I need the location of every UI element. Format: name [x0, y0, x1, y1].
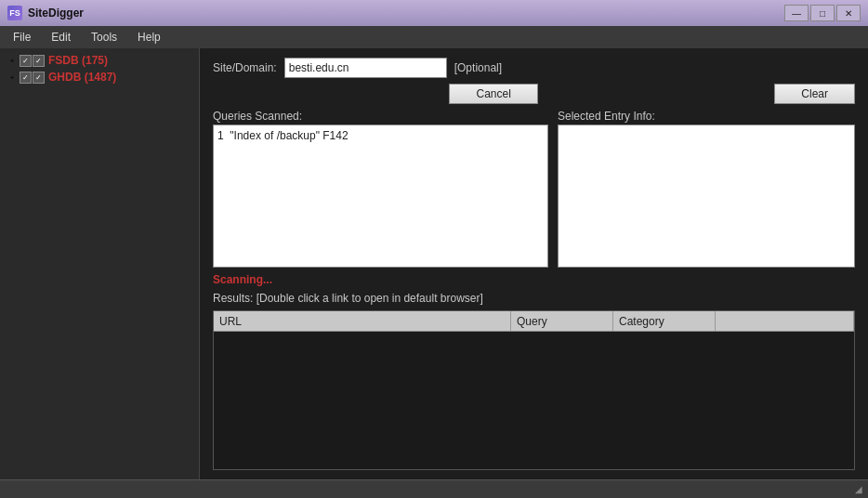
close-button[interactable]: ✕	[836, 5, 861, 21]
col-url: URL	[214, 311, 511, 331]
menu-bar: File Edit Tools Help	[0, 26, 868, 48]
title-bar: FS SiteDigger — □ ✕	[0, 0, 868, 26]
col-category: Category	[613, 311, 716, 331]
sidebar-label-fsdb: FSDB (175)	[48, 54, 108, 67]
resize-icon: ◢	[855, 484, 862, 494]
main-area: + ✓ ✓ FSDB (175) + ✓ ✓ GHDB (1487) Site/…	[0, 48, 868, 479]
status-bar: ◢	[0, 479, 868, 498]
expand-icon-fsdb: +	[6, 54, 19, 67]
selected-entry-label: Selected Entry Info:	[558, 110, 855, 123]
checkbox-fsdb[interactable]: ✓	[20, 55, 32, 67]
menu-file[interactable]: File	[4, 28, 40, 46]
menu-tools[interactable]: Tools	[82, 28, 126, 46]
clear-area: Clear	[774, 84, 855, 104]
queries-panel: Queries Scanned:	[213, 110, 548, 268]
site-domain-label: Site/Domain:	[213, 61, 277, 74]
scanning-label: Scanning...	[213, 273, 855, 286]
col-query: Query	[511, 311, 613, 331]
site-domain-row: Site/Domain: [Optional]	[213, 58, 855, 78]
sidebar-item-fsdb[interactable]: + ✓ ✓ FSDB (175)	[4, 52, 195, 69]
selected-entry-panel: Selected Entry Info:	[558, 110, 855, 268]
menu-help[interactable]: Help	[128, 28, 170, 46]
results-table-body	[214, 332, 854, 469]
results-table: URL Query Category	[213, 310, 855, 470]
app-icon: FS	[7, 6, 22, 20]
results-label: Results: [Double click a link to open in…	[213, 292, 483, 305]
queries-textarea[interactable]	[213, 124, 548, 268]
optional-label: [Optional]	[454, 61, 502, 74]
results-table-header: URL Query Category	[214, 311, 854, 332]
sidebar-label-ghdb: GHDB (1487)	[48, 71, 116, 84]
sidebar: + ✓ ✓ FSDB (175) + ✓ ✓ GHDB (1487)	[0, 48, 200, 479]
expand-icon-ghdb: +	[6, 71, 19, 84]
cancel-area: Cancel	[213, 84, 774, 104]
sidebar-icons-fsdb: + ✓ ✓	[6, 54, 45, 67]
sidebar-item-ghdb[interactable]: + ✓ ✓ GHDB (1487)	[4, 69, 195, 85]
main-window: FS SiteDigger — □ ✕ File Edit Tools Help…	[0, 0, 868, 498]
title-bar-left: FS SiteDigger	[7, 6, 84, 20]
checkbox2-ghdb[interactable]: ✓	[33, 72, 45, 84]
checkbox-ghdb[interactable]: ✓	[20, 72, 32, 84]
cancel-button[interactable]: Cancel	[449, 84, 537, 104]
checkbox2-fsdb[interactable]: ✓	[33, 55, 45, 67]
menu-edit[interactable]: Edit	[42, 28, 80, 46]
clear-button[interactable]: Clear	[774, 84, 855, 104]
results-section: Results: [Double click a link to open in…	[213, 292, 855, 305]
button-row: Cancel Clear	[213, 84, 855, 104]
app-title: SiteDigger	[28, 7, 84, 20]
sidebar-icons-ghdb: + ✓ ✓	[6, 71, 45, 84]
minimize-button[interactable]: —	[784, 5, 809, 21]
col-extra	[716, 311, 854, 331]
content-area: Site/Domain: [Optional] Cancel Clear Que…	[200, 48, 868, 479]
maximize-button[interactable]: □	[810, 5, 835, 21]
site-domain-input[interactable]	[284, 58, 447, 78]
window-controls: — □ ✕	[784, 5, 861, 21]
selected-entry-textarea[interactable]	[558, 124, 855, 268]
queries-label: Queries Scanned:	[213, 110, 548, 123]
mid-row: Queries Scanned: Selected Entry Info:	[213, 110, 855, 268]
